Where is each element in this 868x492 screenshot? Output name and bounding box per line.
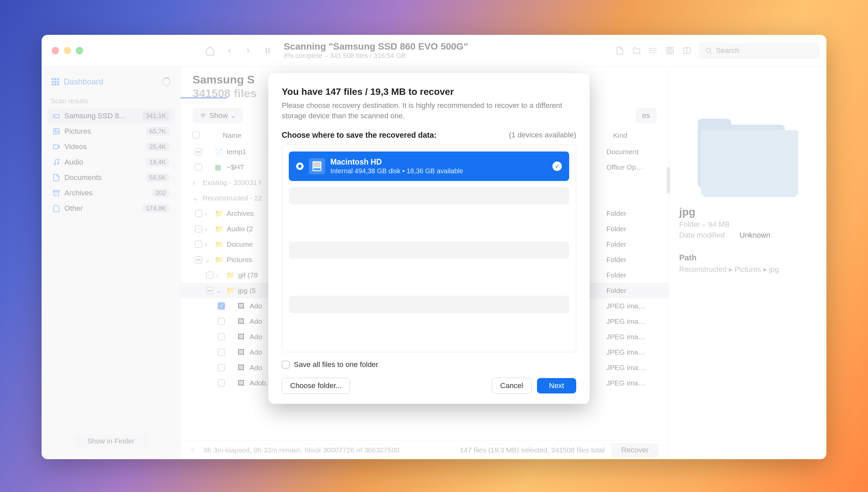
search-input[interactable] [716, 46, 814, 55]
sidebar-item-documents[interactable]: Documents 56,5K [48, 170, 174, 185]
preview-subtitle: Folder – 94 MB [679, 220, 816, 229]
grid-view-icon[interactable] [664, 45, 676, 57]
status-elapsed: 0h 3m elapsed, 0h 32m remain, block 3000… [204, 446, 460, 454]
preview-panel: jpg Folder – 94 MB Date modifiedUnknown … [669, 66, 826, 459]
image-file-icon: 🖼 [237, 333, 248, 341]
disk-icon [52, 112, 61, 120]
svg-rect-38 [313, 162, 321, 168]
modal-description: Please choose recovery destination. It i… [282, 101, 576, 121]
status-selection: 147 files (19,3 MB) selected, 341508 fil… [460, 446, 604, 454]
cancel-button[interactable]: Cancel [492, 378, 531, 394]
svg-line-15 [710, 52, 712, 53]
svg-rect-17 [54, 78, 56, 80]
image-file-icon: 🖼 [237, 379, 248, 387]
preview-title: jpg [679, 206, 816, 218]
svg-rect-8 [667, 47, 670, 50]
modal-choose-label: Choose where to save the recovered data: [282, 131, 436, 140]
forward-button[interactable] [242, 45, 254, 57]
image-file-icon: 🖼 [237, 364, 248, 372]
modal-title: You have 147 files / 19,3 MB to recover [282, 87, 576, 97]
scan-progress-spinner-icon: ⟳ [190, 447, 195, 453]
recover-button[interactable]: Recover [611, 443, 659, 457]
preview-mod-label: Date modified [679, 231, 740, 240]
image-file-icon: 🖼 [237, 302, 248, 310]
radio-selected-icon[interactable] [296, 163, 304, 170]
device-list: Macintosh HD Internal 494,38 GB disk • 1… [282, 144, 576, 352]
archives-icon [52, 189, 61, 197]
svg-rect-19 [52, 81, 53, 82]
scanning-spinner-icon [162, 77, 171, 86]
svg-point-28 [55, 130, 56, 131]
svg-point-14 [706, 48, 711, 52]
next-button[interactable]: Next [537, 378, 576, 393]
folder-preview-icon [698, 119, 798, 196]
list-view-icon[interactable] [647, 45, 659, 57]
minimize-window-button[interactable] [64, 47, 71, 54]
svg-rect-16 [52, 78, 53, 80]
recovery-destination-modal: You have 147 files / 19,3 MB to recover … [268, 73, 590, 404]
traffic-lights [42, 47, 83, 54]
svg-rect-21 [57, 81, 59, 82]
choose-folder-button[interactable]: Choose folder... [282, 378, 350, 394]
pictures-icon [52, 127, 61, 136]
svg-rect-23 [54, 83, 56, 85]
videos-icon [52, 143, 61, 151]
checkbox-icon[interactable] [282, 361, 290, 369]
title-block: Scanning "Samsung SSD 860 EVO 500G" 8% c… [284, 41, 468, 60]
device-row-selected[interactable]: Macintosh HD Internal 494,38 GB disk • 1… [289, 151, 569, 181]
dashboard-label: Dashboard [64, 77, 103, 87]
svg-rect-39 [313, 168, 321, 171]
pause-scan-button[interactable] [262, 45, 274, 57]
window-title: Scanning "Samsung SSD 860 EVO 500G" [284, 41, 468, 52]
sidebar-item-pictures[interactable]: Pictures 65,7K [48, 124, 174, 139]
chevron-down-icon: ⌄ [230, 111, 236, 120]
search-field[interactable] [699, 42, 820, 59]
svg-rect-29 [53, 145, 58, 149]
preview-path-label: Path [679, 253, 816, 263]
svg-rect-22 [52, 83, 53, 85]
show-filter-button[interactable]: Show ⌄ [192, 108, 243, 123]
zoom-window-button[interactable] [76, 47, 83, 54]
search-icon [705, 47, 712, 54]
sidebar-item-other[interactable]: Other 174,8K [48, 201, 174, 216]
titlebar: Scanning "Samsung SSD 860 EVO 500G" 8% c… [42, 35, 826, 66]
folder-icon[interactable] [631, 45, 642, 57]
svg-rect-24 [57, 83, 59, 85]
svg-rect-1 [268, 48, 269, 53]
spreadsheet-icon: ▦ [215, 163, 225, 171]
image-file-icon: 🖼 [237, 317, 248, 325]
status-bar: ⟳ 0h 3m elapsed, 0h 32m remain, block 30… [181, 440, 669, 459]
folder-small-icon: 📁 [215, 225, 225, 233]
panel-view-icon[interactable] [681, 45, 693, 57]
sidebar-item-audio[interactable]: Audio 18,4K [48, 154, 174, 170]
sidebar-item-archives[interactable]: Archives 202 [48, 185, 174, 201]
back-button[interactable] [224, 45, 235, 57]
active-tab-indicator [181, 97, 227, 99]
svg-rect-0 [266, 48, 267, 53]
modal-devices-count: (1 devices available) [509, 131, 576, 140]
close-window-button[interactable] [52, 47, 59, 54]
sidebar: Dashboard Scan results Samsung SSD 8... … [42, 66, 181, 459]
sidebar-section-label: Scan results [51, 97, 174, 105]
sidebar-dashboard[interactable]: Dashboard [48, 74, 174, 89]
svg-point-5 [650, 48, 651, 49]
scrollbar-thumb[interactable] [667, 167, 670, 194]
documents-icon [52, 174, 61, 182]
svg-rect-33 [54, 192, 59, 196]
column-kind[interactable]: Kind [613, 131, 657, 141]
folder-small-icon: 📁 [215, 240, 225, 248]
window-subtitle: 8% complete – 341 508 files / 316,54 GB [284, 52, 468, 60]
new-file-icon[interactable] [614, 45, 626, 57]
home-icon[interactable] [204, 45, 216, 57]
sidebar-item-videos[interactable]: Videos 25,4K [48, 139, 174, 154]
svg-point-30 [54, 164, 55, 165]
folder-small-icon: 📁 [226, 271, 236, 279]
internal-disk-icon [309, 158, 325, 174]
sidebar-item-disk[interactable]: Samsung SSD 8... 341,1K [48, 108, 174, 124]
svg-point-7 [650, 52, 651, 53]
filter-chip-right[interactable]: es [636, 108, 657, 123]
save-one-folder-option[interactable]: Save all files to one folder [282, 360, 576, 369]
svg-rect-20 [54, 81, 56, 82]
show-in-finder-button[interactable]: Show in Finder [74, 434, 147, 448]
svg-point-26 [54, 116, 55, 117]
